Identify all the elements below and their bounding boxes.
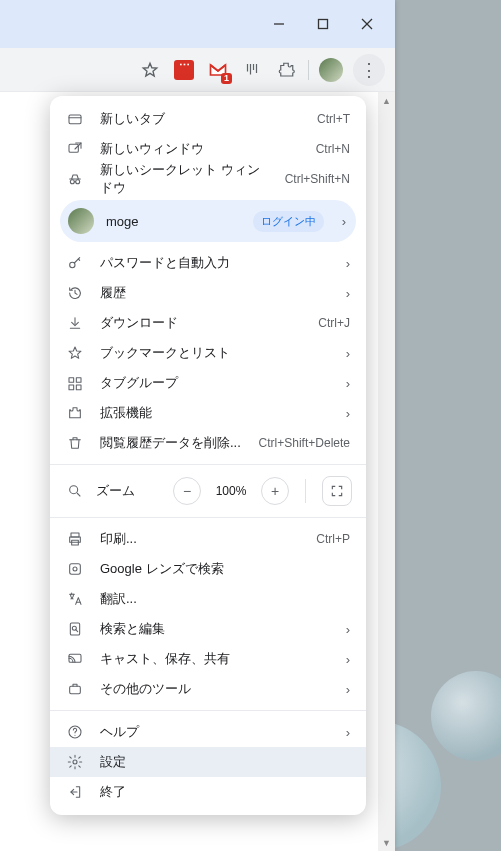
svg-point-15 — [70, 486, 78, 494]
zoom-value: 100% — [213, 484, 249, 498]
extension-antenna-icon[interactable] — [240, 58, 264, 82]
vertical-scrollbar[interactable]: ▲ ▼ — [378, 92, 395, 851]
new-tab-icon — [66, 111, 84, 127]
extensions-puzzle-icon[interactable] — [274, 58, 298, 82]
menu-shortcut: Ctrl+T — [317, 112, 350, 126]
close-button[interactable] — [345, 7, 389, 41]
toolbox-icon — [66, 681, 84, 697]
menu-item-new-window[interactable]: 新しいウィンドウ Ctrl+N — [50, 134, 366, 164]
new-window-icon — [66, 141, 84, 157]
profile-avatar-button[interactable] — [319, 58, 343, 82]
menu-item-new-tab[interactable]: 新しいタブ Ctrl+T — [50, 104, 366, 134]
scroll-down-arrow-icon[interactable]: ▼ — [378, 834, 395, 851]
menu-item-find[interactable]: 検索と編集 › — [50, 614, 366, 644]
menu-separator — [50, 710, 366, 711]
menu-item-passwords[interactable]: パスワードと自動入力 › — [50, 248, 366, 278]
menu-zoom-row: ズーム − 100% + — [50, 471, 366, 511]
svg-point-27 — [73, 760, 77, 764]
menu-item-tab-groups[interactable]: タブグループ › — [50, 368, 366, 398]
menu-item-history[interactable]: 履歴 › — [50, 278, 366, 308]
chevron-right-icon: › — [346, 376, 350, 391]
menu-shortcut: Ctrl+Shift+N — [285, 172, 350, 186]
maximize-button[interactable] — [301, 7, 345, 41]
extension-lastpass-icon[interactable] — [172, 58, 196, 82]
chrome-menu-button[interactable]: ⋮ — [353, 54, 385, 86]
chevron-right-icon: › — [346, 256, 350, 271]
svg-rect-24 — [70, 686, 81, 693]
menu-label: 終了 — [100, 783, 350, 801]
star-icon — [66, 345, 84, 361]
menu-label: 拡張機能 — [100, 404, 330, 422]
menu-item-print[interactable]: 印刷... Ctrl+P — [50, 524, 366, 554]
chevron-right-icon: › — [346, 622, 350, 637]
profile-status-badge: ログイン中 — [253, 211, 324, 232]
menu-item-help[interactable]: ヘルプ › — [50, 717, 366, 747]
exit-icon — [66, 784, 84, 800]
menu-label: ダウンロード — [100, 314, 302, 332]
bookmark-star-icon[interactable] — [138, 58, 162, 82]
menu-separator — [50, 464, 366, 465]
gmail-badge: 1 — [221, 73, 232, 84]
svg-rect-11 — [69, 378, 74, 383]
download-icon — [66, 315, 84, 331]
menu-label: パスワードと自動入力 — [100, 254, 330, 272]
chevron-right-icon: › — [346, 286, 350, 301]
extension-gmail-icon[interactable]: 1 — [206, 58, 230, 82]
menu-label: 翻訳... — [100, 590, 350, 608]
menu-label: Google レンズで検索 — [100, 560, 350, 578]
svg-rect-5 — [69, 115, 81, 124]
lens-icon — [66, 561, 84, 577]
svg-point-26 — [74, 735, 75, 736]
menu-label: その他のツール — [100, 680, 330, 698]
svg-marker-4 — [143, 63, 157, 76]
key-icon — [66, 255, 84, 271]
menu-item-lens[interactable]: Google レンズで検索 — [50, 554, 366, 584]
menu-shortcut: Ctrl+P — [316, 532, 350, 546]
profile-avatar-icon — [68, 208, 94, 234]
chevron-right-icon: › — [346, 406, 350, 421]
wallpaper-bubble — [431, 671, 501, 761]
menu-label: 新しいタブ — [100, 110, 301, 128]
menu-label: ブックマークとリスト — [100, 344, 330, 362]
tab-groups-icon — [66, 375, 84, 391]
menu-item-translate[interactable]: 翻訳... — [50, 584, 366, 614]
chevron-right-icon: › — [342, 214, 346, 229]
menu-profile-row[interactable]: moge ログイン中 › — [60, 200, 356, 242]
find-icon — [66, 621, 84, 637]
gear-icon — [66, 754, 84, 770]
browser-toolbar: 1 ⋮ — [0, 48, 395, 92]
zoom-out-button[interactable]: − — [173, 477, 201, 505]
menu-item-more-tools[interactable]: その他のツール › — [50, 674, 366, 704]
incognito-icon — [66, 171, 84, 187]
menu-label: 新しいウィンドウ — [100, 140, 300, 158]
menu-item-downloads[interactable]: ダウンロード Ctrl+J — [50, 308, 366, 338]
menu-label: タブグループ — [100, 374, 330, 392]
svg-rect-1 — [319, 20, 328, 29]
menu-item-exit[interactable]: 終了 — [50, 777, 366, 807]
zoom-in-button[interactable]: + — [261, 477, 289, 505]
zoom-icon — [66, 483, 84, 499]
menu-item-clear-data[interactable]: 閲覧履歴データを削除... Ctrl+Shift+Delete — [50, 428, 366, 458]
menu-separator — [50, 517, 366, 518]
svg-rect-13 — [69, 385, 74, 390]
svg-point-8 — [76, 180, 80, 184]
fullscreen-button[interactable] — [322, 476, 352, 506]
menu-label: 検索と編集 — [100, 620, 330, 638]
chevron-right-icon: › — [346, 346, 350, 361]
menu-label: 設定 — [100, 753, 350, 771]
menu-item-bookmarks[interactable]: ブックマークとリスト › — [50, 338, 366, 368]
svg-rect-14 — [76, 385, 81, 390]
menu-item-settings[interactable]: 設定 — [50, 747, 366, 777]
zoom-divider — [305, 479, 306, 503]
menu-label: キャスト、保存、共有 — [100, 650, 330, 668]
svg-marker-10 — [69, 347, 81, 358]
menu-item-cast[interactable]: キャスト、保存、共有 › — [50, 644, 366, 674]
svg-rect-16 — [71, 533, 79, 537]
chevron-right-icon: › — [346, 682, 350, 697]
minimize-button[interactable] — [257, 7, 301, 41]
history-icon — [66, 285, 84, 301]
menu-item-incognito[interactable]: 新しいシークレット ウィンドウ Ctrl+Shift+N — [50, 164, 366, 194]
menu-item-extensions[interactable]: 拡張機能 › — [50, 398, 366, 428]
trash-icon — [66, 435, 84, 451]
scroll-up-arrow-icon[interactable]: ▲ — [378, 92, 395, 109]
